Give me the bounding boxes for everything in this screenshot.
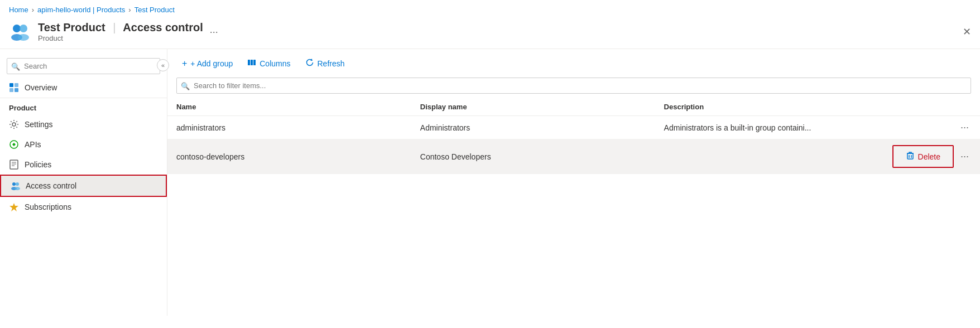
svg-rect-5 — [15, 83, 18, 87]
svg-rect-4 — [9, 83, 13, 87]
page-title: Test Product | Access control — [38, 21, 203, 34]
breadcrumb-sep2: › — [128, 6, 131, 14]
table-row: contoso-developers Contoso Developers De… — [167, 139, 980, 174]
columns-icon — [247, 58, 256, 69]
svg-rect-6 — [9, 88, 13, 92]
svg-point-3 — [18, 34, 29, 41]
col-description: Description — [655, 98, 980, 116]
sidebar-item-overview[interactable]: Overview — [0, 78, 167, 98]
settings-icon — [9, 119, 19, 129]
overview-icon — [9, 83, 19, 93]
sidebar-item-label: Access control — [26, 181, 76, 190]
sidebar: 🔍 « Overview Product Settings APIs — [0, 49, 167, 316]
groups-table: Name Display name Description administra… — [167, 98, 980, 174]
sidebar-item-apis[interactable]: APIs — [0, 134, 167, 155]
row-description-with-actions: Delete ··· — [655, 139, 980, 174]
breadcrumb: Home › apim-hello-world | Products › Tes… — [0, 0, 980, 17]
main-layout: 🔍 « Overview Product Settings APIs — [0, 49, 980, 316]
sidebar-item-label: Subscriptions — [25, 202, 71, 211]
svg-point-15 — [16, 182, 19, 186]
add-group-icon: + — [182, 59, 187, 69]
col-display-name: Display name — [411, 98, 655, 116]
sidebar-item-label: Overview — [25, 83, 57, 92]
close-button[interactable]: ✕ — [963, 26, 971, 38]
access-control-icon — [10, 181, 20, 191]
page-subtitle: Product — [38, 34, 203, 42]
subscriptions-icon — [9, 202, 19, 212]
svg-rect-20 — [251, 60, 253, 65]
table-header: Name Display name Description — [167, 98, 980, 116]
filter-search-area: 🔍 — [167, 78, 980, 98]
delete-button[interactable]: Delete — [899, 148, 947, 165]
toolbar: + + Add group Columns Refresh — [167, 49, 980, 78]
svg-rect-19 — [248, 60, 250, 65]
sidebar-item-subscriptions[interactable]: Subscriptions — [0, 197, 167, 217]
row-name: contoso-developers — [167, 139, 411, 174]
content-area: + + Add group Columns Refresh 🔍 — [167, 49, 980, 316]
breadcrumb-products[interactable]: apim-hello-world | Products — [37, 6, 125, 14]
svg-point-1 — [20, 25, 27, 32]
breadcrumb-current[interactable]: Test Product — [134, 6, 175, 14]
svg-rect-7 — [15, 88, 18, 92]
table-row: administrators Administrators Administra… — [167, 116, 980, 139]
svg-point-8 — [12, 123, 16, 126]
sidebar-search-input[interactable] — [7, 58, 160, 74]
sidebar-item-label: Settings — [25, 120, 53, 129]
page-header: Test Product | Access control Product ··… — [0, 17, 980, 49]
svg-rect-10 — [10, 160, 18, 169]
table-body: administrators Administrators Administra… — [167, 116, 980, 174]
policies-icon — [9, 160, 19, 170]
svg-rect-22 — [907, 153, 913, 159]
sidebar-item-access-control[interactable]: Access control — [0, 175, 167, 197]
row-description: Administrators is a built-in group conta… — [655, 116, 980, 139]
sidebar-search-wrap: 🔍 « — [0, 55, 167, 78]
header-text-group: Test Product | Access control Product — [38, 21, 203, 42]
add-group-button[interactable]: + + Add group — [176, 55, 238, 72]
svg-point-17 — [15, 187, 20, 190]
breadcrumb-home[interactable]: Home — [9, 6, 28, 14]
sidebar-item-label: APIs — [25, 140, 41, 149]
row-ellipsis-button[interactable]: ··· — [958, 122, 971, 133]
row-display-name: Administrators — [411, 116, 655, 139]
row-name: administrators — [167, 116, 411, 139]
row-ellipsis-button[interactable]: ··· — [958, 151, 971, 162]
sidebar-item-policies[interactable]: Policies — [0, 155, 167, 175]
row-display-name: Contoso Developers — [411, 139, 655, 174]
collapse-button[interactable]: « — [157, 59, 169, 71]
sidebar-section-product: Product — [0, 98, 167, 114]
sidebar-item-settings[interactable]: Settings — [0, 114, 167, 134]
refresh-button[interactable]: Refresh — [300, 55, 350, 72]
svg-point-14 — [12, 182, 16, 186]
svg-marker-18 — [9, 203, 18, 211]
svg-rect-21 — [253, 60, 256, 65]
columns-button[interactable]: Columns — [242, 55, 296, 72]
header-ellipsis-btn[interactable]: ··· — [210, 26, 218, 38]
svg-point-0 — [13, 25, 21, 32]
filter-search-icon: 🔍 — [181, 81, 190, 90]
refresh-icon — [305, 58, 314, 69]
breadcrumb-sep1: › — [32, 6, 34, 14]
sidebar-item-label: Policies — [25, 160, 51, 169]
product-icon — [9, 21, 31, 43]
filter-search-input[interactable] — [176, 78, 971, 94]
col-name: Name — [167, 98, 411, 116]
apis-icon — [9, 139, 19, 149]
sidebar-search-icon: 🔍 — [11, 62, 20, 70]
trash-icon — [906, 151, 915, 162]
